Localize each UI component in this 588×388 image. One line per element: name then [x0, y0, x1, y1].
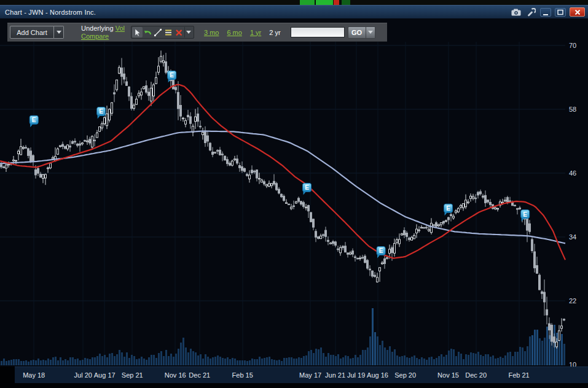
x-axis-label: Sep 21 [122, 371, 143, 379]
window-title: Chart - JWN - Nordstrom Inc. [0, 9, 96, 16]
timeframe-2yr[interactable]: 2 yr [269, 29, 280, 36]
x-axis-label: Aug 16 [367, 371, 388, 379]
x-axis-label: Jun 21 [325, 371, 345, 379]
y-axis-tick-label: 22 [569, 297, 576, 305]
screen: Chart - JWN - Nordstrom Inc. [0, 0, 588, 388]
background-app-pixels [316, 0, 333, 5]
add-chart-button[interactable]: Add Chart [10, 26, 54, 39]
y-axis-labels: 705846342210 [569, 42, 576, 367]
x-axis-label: Jul 19 [347, 371, 365, 379]
wrench-icon[interactable] [525, 7, 536, 17]
line-drawing-tool-icon[interactable] [153, 27, 163, 37]
earnings-marker-label: E [305, 184, 309, 191]
undo-icon[interactable] [143, 27, 153, 37]
price-chart-canvas[interactable]: EEEEEEE705846342210 [0, 42, 588, 367]
drawing-tools-dropdown[interactable] [184, 27, 193, 37]
maximize-button[interactable] [555, 8, 566, 17]
chevron-down-icon [186, 31, 191, 34]
background-app-strip [0, 0, 588, 5]
add-chart-dropdown[interactable] [54, 26, 64, 39]
y-axis-tick-label: 34 [569, 233, 576, 241]
y-axis-tick-label: 58 [569, 106, 576, 113]
x-axis: May 18Jul 20Aug 17Sep 21Nov 16Dec 21Feb … [0, 367, 588, 383]
remove-drawings-icon[interactable] [174, 27, 184, 37]
volume-bars [1, 308, 565, 365]
compare-link[interactable]: Compare [81, 33, 109, 40]
close-icon[interactable] [570, 7, 585, 17]
x-axis-label: Sep 20 [394, 371, 416, 379]
x-axis-label: Feb 15 [232, 371, 253, 379]
earnings-marker-label: E [99, 108, 103, 115]
timeframe-3mo[interactable]: 3 mo [204, 29, 219, 36]
timeframe-links: 3 mo6 mo1 yr2 yr [204, 29, 281, 36]
chevron-down-icon [57, 31, 61, 34]
background-app-pixels [342, 0, 350, 5]
timeframe-6mo[interactable]: 6 mo [227, 29, 241, 36]
gridlines [0, 42, 565, 365]
window-titlebar[interactable]: Chart - JWN - Nordstrom Inc. [0, 5, 588, 18]
go-button[interactable]: GO [348, 26, 366, 39]
drawing-set-icon[interactable] [163, 27, 174, 37]
background-app-pixels [300, 0, 315, 5]
x-axis-label: Dec 20 [465, 371, 487, 379]
x-axis-label: Nov 15 [437, 371, 459, 379]
chart-panel: Add Chart Underlying Vol Compare [0, 18, 588, 388]
x-axis-label: May 17 [299, 371, 321, 379]
x-axis-label: May 18 [23, 371, 45, 379]
earnings-marker-label: E [446, 205, 450, 212]
go-dropdown[interactable] [366, 26, 375, 39]
candlestick-series [1, 50, 565, 348]
y-axis-tick-label: 70 [569, 42, 576, 49]
symbol-input[interactable] [291, 27, 345, 37]
drawing-tools-group [131, 26, 194, 39]
titlebar-controls [511, 7, 588, 17]
x-axis-label: Feb 21 [508, 371, 529, 379]
chart-toolbar: Add Chart Underlying Vol Compare [7, 23, 387, 42]
x-axis-label: Jul 20 [74, 371, 92, 379]
chevron-down-icon [368, 31, 373, 34]
earnings-marker-label: E [170, 72, 174, 79]
y-axis-tick-label: 46 [569, 169, 576, 177]
ma-slow-line [0, 131, 565, 244]
series-links: Underlying Vol Compare [81, 25, 125, 41]
cursor-tool-icon[interactable] [132, 27, 143, 37]
earnings-marker-label: E [523, 211, 527, 218]
x-axis-label: Dec 21 [189, 371, 210, 379]
minimize-button[interactable] [540, 8, 551, 17]
background-app-pixels [334, 0, 339, 5]
vol-link[interactable]: Vol [116, 25, 125, 32]
timeframe-1yr[interactable]: 1 yr [250, 29, 261, 36]
x-axis-label: Nov 16 [165, 371, 186, 379]
y-axis-tick-label: 10 [569, 361, 576, 367]
bottom-strip [0, 383, 588, 388]
earnings-marker-label: E [379, 247, 383, 254]
earnings-marker-label: E [32, 117, 36, 123]
underlying-label: Underlying [81, 25, 114, 32]
bottom-left-corner [0, 367, 15, 383]
x-axis-label: Aug 17 [94, 371, 116, 379]
camera-icon[interactable] [511, 7, 522, 17]
